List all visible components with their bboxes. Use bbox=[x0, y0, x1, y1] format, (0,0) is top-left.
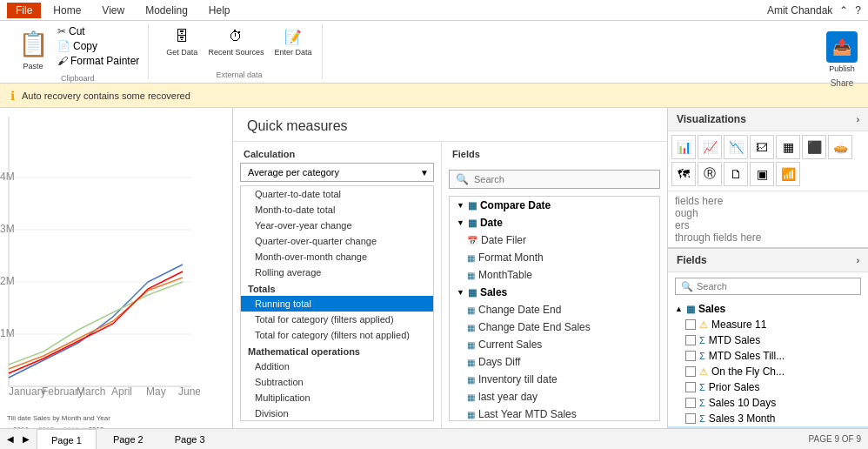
right-field-item[interactable]: ⚠ On the Fly Ch... bbox=[668, 364, 868, 379]
field-name: MonthTable bbox=[478, 269, 532, 281]
calc-list-item[interactable]: Division bbox=[241, 405, 433, 421]
field-checkbox[interactable] bbox=[685, 335, 696, 345]
field-name: Inventory till date bbox=[478, 373, 558, 385]
viz-kpi-icon[interactable]: 📶 bbox=[776, 162, 800, 186]
right-field-item[interactable]: Σ MTD Sales bbox=[668, 332, 868, 348]
viz-pie-icon[interactable]: 🥧 bbox=[828, 135, 852, 159]
publish-button[interactable]: 📤 Publish bbox=[823, 28, 861, 77]
viz-bar-icon[interactable]: 📊 bbox=[671, 135, 696, 159]
right-field-item[interactable]: Σ Sales 3 Month bbox=[668, 411, 868, 426]
enter-data-label: Enter Data bbox=[274, 48, 311, 57]
field-type-icon: ▦ bbox=[467, 340, 475, 350]
visualizations-chevron[interactable]: › bbox=[857, 115, 859, 124]
viz-line-icon[interactable]: 📉 bbox=[724, 135, 748, 159]
viz-stacked-icon[interactable]: ▦ bbox=[776, 135, 800, 159]
calc-list-item[interactable]: Multiplication bbox=[241, 390, 433, 405]
field-list-item[interactable]: ▦ Days Diff bbox=[450, 353, 659, 371]
calc-list-item[interactable]: Total for category (filters not applied) bbox=[241, 327, 433, 343]
calc-list-item[interactable]: Month-over-month change bbox=[241, 249, 433, 265]
view-tab[interactable]: View bbox=[93, 3, 133, 18]
field-list-item[interactable]: ▦ Current Sales bbox=[450, 336, 659, 353]
page-nav-next[interactable]: ▶ bbox=[19, 432, 33, 446]
viz-table-icon[interactable]: 🗋 bbox=[724, 162, 748, 186]
field-list-item[interactable]: ▦ MonthTable bbox=[450, 266, 659, 284]
calculation-section: Calculation Average per category ▼ Quart… bbox=[233, 142, 442, 428]
field-checkbox[interactable] bbox=[685, 413, 696, 424]
help-tab[interactable]: Help bbox=[200, 3, 239, 18]
page-tab[interactable]: Page 2 bbox=[98, 429, 158, 449]
calc-list-item[interactable]: Rolling average bbox=[241, 265, 433, 280]
field-checkbox[interactable] bbox=[685, 366, 696, 377]
clipboard-group: 📋 Paste ✂ Cut 📄 Copy 🖌 Format Painter Cl… bbox=[7, 24, 149, 79]
field-checkbox[interactable] bbox=[685, 351, 696, 361]
field-checkbox[interactable] bbox=[685, 398, 696, 408]
page-tab[interactable]: Page 3 bbox=[160, 429, 220, 449]
page-tab[interactable]: Page 1 bbox=[37, 429, 97, 449]
right-fields-tree[interactable]: ▲ ▦ Sales ⚠ Measure 11 Σ MTD Sales Σ MTD… bbox=[668, 300, 868, 428]
right-field-item[interactable]: Σ Sales 10 Days bbox=[668, 395, 868, 411]
field-icon: Σ bbox=[699, 382, 705, 392]
fields-list[interactable]: ▼ ▦ Compare Date▼ ▦ Date📅 Date Filer▦ Fo… bbox=[449, 196, 660, 421]
recent-sources-button[interactable]: ⏱ Recent Sources bbox=[204, 24, 267, 58]
field-checkbox[interactable] bbox=[685, 382, 696, 392]
copy-button[interactable]: 📄 Copy bbox=[56, 39, 141, 53]
field-list-item[interactable]: ▦ Format Month bbox=[450, 249, 659, 266]
viz-scatter-icon[interactable]: ⬛ bbox=[802, 135, 826, 159]
right-field-item[interactable]: Σ Prior Sales bbox=[668, 379, 868, 395]
help-icon[interactable]: ? bbox=[855, 4, 861, 17]
field-icon: Σ bbox=[699, 351, 705, 361]
field-list-item[interactable]: ▦ last year day bbox=[450, 388, 659, 405]
viz-area-icon[interactable]: 🗠 bbox=[750, 135, 774, 159]
publish-icon: 📤 bbox=[826, 31, 858, 63]
file-tab[interactable]: File bbox=[7, 3, 41, 18]
viz-map-icon[interactable]: 🗺 bbox=[671, 162, 696, 186]
field-label: MTD Sales bbox=[709, 334, 760, 346]
right-sales-group[interactable]: ▲ ▦ Sales bbox=[668, 300, 868, 317]
paste-button[interactable]: 📋 Paste bbox=[14, 24, 52, 72]
field-list-item[interactable]: ▦ Last Year MTD Sales bbox=[450, 405, 659, 421]
viz-card-icon[interactable]: ▣ bbox=[750, 162, 774, 186]
field-group-header[interactable]: ▼ ▦ Sales bbox=[450, 284, 659, 301]
paste-label: Paste bbox=[23, 62, 43, 70]
calc-list-item[interactable]: Month-to-date total bbox=[241, 202, 433, 218]
viz-column-icon[interactable]: 📈 bbox=[698, 135, 722, 159]
field-list-item[interactable]: ▦ Change Date End bbox=[450, 301, 659, 318]
minimize-icon[interactable]: ⌃ bbox=[839, 4, 848, 17]
field-group-header[interactable]: ▼ ▦ Date bbox=[450, 214, 659, 231]
right-fields-search-input[interactable] bbox=[675, 278, 861, 295]
calc-list-item[interactable]: Year-over-year change bbox=[241, 218, 433, 233]
field-group-header[interactable]: ▼ ▦ Compare Date bbox=[450, 197, 659, 214]
enter-data-button[interactable]: 📝 Enter Data bbox=[270, 24, 315, 58]
svg-text:January: January bbox=[9, 385, 46, 398]
modeling-tab[interactable]: Modeling bbox=[137, 3, 197, 18]
share-label: Share bbox=[831, 78, 854, 88]
home-tab[interactable]: Home bbox=[44, 3, 90, 18]
calc-list-item[interactable]: Running total bbox=[241, 296, 433, 312]
calc-list-item[interactable]: Subtraction bbox=[241, 374, 433, 390]
calculation-dropdown[interactable]: Average per category bbox=[240, 163, 434, 182]
fields-section: Fields 🔍 ▼ ▦ Compare Date▼ ▦ Date📅 Date … bbox=[442, 142, 667, 428]
calc-list-item[interactable]: Quarter-over-quarter change bbox=[241, 233, 433, 249]
cut-label: Cut bbox=[69, 25, 85, 37]
field-list-item[interactable]: 📅 Date Filer bbox=[450, 231, 659, 249]
field-list-item[interactable]: ▦ Change Date End Sales bbox=[450, 318, 659, 336]
svg-text:2M: 2M bbox=[0, 275, 15, 287]
field-checkbox[interactable] bbox=[685, 319, 696, 330]
field-name: Current Sales bbox=[478, 338, 542, 351]
get-data-button[interactable]: 🗄 Get Data bbox=[163, 24, 201, 58]
format-painter-button[interactable]: 🖌 Format Painter bbox=[56, 54, 141, 68]
viz-r-icon[interactable]: Ⓡ bbox=[698, 162, 722, 186]
right-field-item[interactable]: ⚠ Measure 11 bbox=[668, 317, 868, 332]
calculation-list[interactable]: Quarter-to-date totalMonth-to-date total… bbox=[240, 185, 434, 421]
right-field-item[interactable]: Σ Sales Amount bbox=[668, 426, 868, 428]
svg-text:March: March bbox=[77, 385, 105, 398]
right-field-item[interactable]: Σ MTD Sales Till... bbox=[668, 348, 868, 364]
cut-button[interactable]: ✂ Cut bbox=[56, 24, 141, 38]
calc-list-item[interactable]: Quarter-to-date total bbox=[241, 186, 433, 202]
right-fields-chevron[interactable]: › bbox=[857, 256, 859, 265]
calc-list-item[interactable]: Addition bbox=[241, 359, 433, 374]
fields-search-input[interactable] bbox=[449, 170, 660, 189]
calc-list-item[interactable]: Total for category (filters applied) bbox=[241, 312, 433, 327]
field-list-item[interactable]: ▦ Inventory till date bbox=[450, 371, 659, 388]
page-nav-prev[interactable]: ◀ bbox=[3, 432, 17, 446]
